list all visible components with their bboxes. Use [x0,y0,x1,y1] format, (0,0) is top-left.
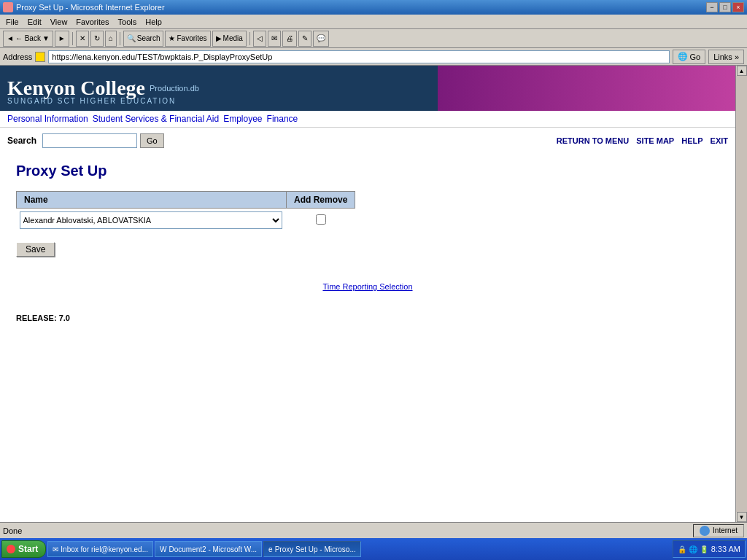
proxy-table: Name Add Remove Alexandr Ablovatski, ABL… [16,191,355,232]
page-title: Proxy Set Up [0,154,735,191]
stop-icon: ✕ [80,34,85,42]
minimize-button[interactable]: − [706,2,718,12]
add-remove-checkbox[interactable] [316,214,326,225]
mail-button[interactable]: ✉ [268,31,281,47]
menu-file[interactable]: File [1,16,23,28]
header-image [438,66,735,111]
status-text: Done [3,526,690,535]
menu-edit[interactable]: Edit [23,16,46,28]
menu-bar: File Edit View Favorites Tools Help [0,15,747,29]
status-bar: Done Internet [0,522,747,538]
window-controls: − □ × [706,2,744,12]
search-label: Search [7,136,36,146]
search-input[interactable] [42,133,137,148]
menu-favorites[interactable]: Favorites [71,16,113,28]
address-bar: Address 🌐 Go Links » [0,48,747,66]
zone-label: Internet [713,526,738,534]
history-button[interactable]: ◁ [253,31,266,47]
header-banner: Kenyon College Production.db SUNGARD SCT… [0,66,735,111]
menu-view[interactable]: View [46,16,72,28]
header-left: Kenyon College Production.db SUNGARD SCT… [0,66,438,111]
back-arrow-icon: ◄ [7,34,14,42]
refresh-icon: ↻ [94,34,100,42]
ie-window-icon [3,2,13,12]
browser-content: Kenyon College Production.db SUNGARD SCT… [0,66,735,522]
search-icon: 🔍 [127,34,136,42]
forward-button[interactable]: ► [55,31,69,47]
go-icon: 🌐 [678,52,688,61]
proxy-table-area: Name Add Remove Alexandr Ablovatski, ABL… [16,191,719,232]
window-title: Proxy Set Up - Microsoft Internet Explor… [16,3,165,12]
menu-tools[interactable]: Tools [114,16,142,28]
return-to-menu-link[interactable]: RETURN TO MENU [557,136,629,145]
name-cell: Alexandr Ablovatski, ABLOVATSKIA [17,209,287,233]
add-remove-cell [287,209,355,233]
home-button[interactable]: ⌂ [105,31,117,47]
nav-student-services[interactable]: Student Services & Financial Aid [93,114,219,124]
forward-arrow-icon: ► [58,34,66,42]
scroll-up-arrow[interactable]: ▲ [737,66,747,76]
mail-icon: ✉ [271,34,277,42]
discuss-button[interactable]: 💬 [313,31,329,47]
refresh-button[interactable]: ↻ [90,31,104,47]
print-icon: 🖨 [286,34,293,42]
back-dropdown-icon: ▼ [42,34,50,42]
name-select[interactable]: Alexandr Ablovatski, ABLOVATSKIA [20,211,282,229]
toolbar: ◄ ← Back ▼ ► ✕ ↻ ⌂ 🔍 Search ★ Favorites … [0,29,747,48]
name-column-header: Name [17,192,287,209]
title-bar: Proxy Set Up - Microsoft Internet Explor… [0,0,747,15]
media-button[interactable]: ▶ Media [212,31,247,47]
maximize-button[interactable]: □ [719,2,731,12]
go-button[interactable]: 🌐 Go [673,50,705,64]
back-button[interactable]: ◄ ← Back ▼ [3,31,53,47]
page-icon [35,52,45,62]
save-button[interactable]: Save [16,242,55,257]
header-text-group: Kenyon College Production.db SUNGARD SCT… [7,77,199,100]
nav-employee[interactable]: Employee [223,114,262,124]
nav-bar: Personal Information Student Services & … [0,111,735,128]
print-button[interactable]: 🖨 [282,31,297,47]
toolbar-sep-3 [249,32,250,45]
search-button[interactable]: 🔍 Search [123,31,164,47]
history-icon: ◁ [257,34,263,42]
scrollbar[interactable]: ▲ ▼ [735,66,747,522]
nav-finance[interactable]: Finance [267,114,298,124]
scroll-track[interactable] [736,76,747,512]
close-button[interactable]: × [732,2,744,12]
release-info: RELEASE: 7.0 [0,306,735,330]
edit-icon: ✎ [302,34,308,42]
nav-personal-info[interactable]: Personal Information [7,114,88,124]
favorites-button[interactable]: ★ Favorites [165,31,210,47]
address-input[interactable] [48,50,670,63]
db-label: Production.db [150,84,199,93]
scroll-down-arrow[interactable]: ▼ [737,512,747,522]
media-icon: ▶ [216,34,222,42]
content-wrapper: Kenyon College Production.db SUNGARD SCT… [0,66,747,522]
top-nav-links: RETURN TO MENU SITE MAP HELP EXIT [557,136,728,145]
toolbar-sep-2 [120,32,120,45]
address-label: Address [3,52,32,61]
stop-button[interactable]: ✕ [76,31,89,47]
menu-help[interactable]: Help [141,16,166,28]
time-link-area: Time Reporting Selection [0,281,735,292]
exit-link[interactable]: EXIT [711,136,728,145]
internet-icon [700,526,710,536]
search-bar: Search Go RETURN TO MENU SITE MAP HELP E… [0,128,735,154]
time-reporting-link[interactable]: Time Reporting Selection [322,282,412,291]
links-button[interactable]: Links » [708,50,744,64]
favorites-icon: ★ [169,34,175,42]
table-row: Alexandr Ablovatski, ABLOVATSKIA [17,209,355,233]
help-link[interactable]: HELP [681,136,703,145]
add-remove-column-header: Add Remove [287,192,355,209]
toolbar-sep-1 [72,32,73,45]
discuss-icon: 💬 [317,34,325,42]
sungard-label: SUNGARD SCT HIGHER EDUCATION [7,97,176,105]
site-map-link[interactable]: SITE MAP [636,136,674,145]
edit-button[interactable]: ✎ [298,31,311,47]
search-go-button[interactable]: Go [140,133,164,148]
home-icon: ⌂ [109,34,113,42]
status-zone: Internet [693,524,744,537]
header-right [438,66,735,111]
